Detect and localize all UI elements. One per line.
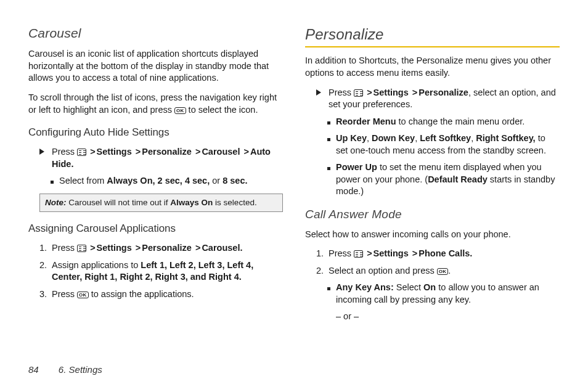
ok-icon: OK — [174, 107, 186, 114]
triangle-bullet-icon — [316, 87, 329, 111]
text: Press — [52, 289, 77, 299]
gt-icon: > — [134, 243, 142, 253]
text-bold: Reorder Menu — [336, 116, 396, 126]
gt-icon: > — [134, 147, 142, 157]
step-1: 1. Press >Settings >Phone Calls. — [316, 248, 560, 260]
text-bold: Power Up — [336, 162, 377, 172]
text: Press — [329, 248, 354, 258]
text: . — [448, 266, 451, 276]
step-body: Press >Settings >Personalize >Carousel >… — [52, 146, 283, 170]
step-body: Assign applications to Left 1, Left 2, L… — [52, 259, 283, 284]
step-number: 1. — [39, 242, 52, 255]
step-number: 1. — [316, 248, 329, 260]
bullet-body: Power Up to set the menu item displayed … — [336, 161, 560, 198]
square-bullet-icon — [327, 116, 336, 128]
gt-icon: > — [242, 147, 250, 157]
note-text: Carousel will not time out if — [67, 198, 171, 207]
note-box: Note: Carousel will not time out if Alwa… — [39, 194, 283, 212]
path-settings: Settings — [97, 243, 132, 253]
step-number: 2. — [39, 259, 52, 284]
triangle-bullet-icon — [39, 146, 52, 170]
step-2: 2. Select an option and press OK. — [316, 265, 560, 277]
left-column: Carousel Carousel is an iconic list of a… — [28, 25, 283, 327]
personalize-intro: In addition to Shortcuts, the Personaliz… — [305, 55, 560, 79]
path-carousel: Carousel — [202, 147, 240, 157]
bullet-body: Any Key Ans: Select On to allow you to a… — [336, 282, 560, 306]
bullet-reorder-menu: Reorder Menu to change the main menu ord… — [327, 116, 560, 128]
step-auto-hide: Press >Settings >Personalize >Carousel >… — [39, 146, 283, 170]
ok-icon: OK — [77, 292, 89, 298]
path-carousel: Carousel. — [202, 243, 242, 253]
bullet-power-up: Power Up to set the menu item displayed … — [327, 161, 560, 198]
note-bold: Always On — [170, 198, 213, 207]
text-bold: Up Key — [336, 133, 367, 143]
right-column: Personalize In addition to Shortcuts, th… — [305, 25, 560, 327]
heading-personalize: Personalize — [305, 25, 560, 47]
heading-assigning-apps: Assigning Carousel Applications — [28, 222, 283, 236]
step-number: 3. — [39, 288, 52, 301]
text: Select — [394, 282, 423, 292]
gt-icon: > — [411, 88, 419, 97]
text: Press — [329, 88, 354, 97]
text-bold: Left Softkey — [420, 133, 471, 143]
gt-icon: > — [89, 243, 96, 253]
gt-icon: > — [411, 248, 419, 258]
gt-icon: > — [365, 248, 373, 258]
heading-call-answer: Call Answer Mode — [305, 206, 560, 223]
text-bold: Always On, 2 sec, 4 sec, — [107, 176, 210, 186]
step-3: 3. Press OK to assign the applications. — [39, 288, 283, 301]
step-body: Select an option and press OK. — [329, 265, 560, 277]
step-number: 2. — [316, 265, 329, 277]
text: Press — [52, 147, 77, 157]
bullet-any-key-ans: Any Key Ans: Select On to allow you to a… — [327, 282, 560, 306]
menu-icon — [77, 149, 86, 156]
page-columns: Carousel Carousel is an iconic list of a… — [28, 25, 560, 327]
text-bold: Right Softkey, — [476, 133, 535, 143]
step-2: 2. Assign applications to Left 1, Left 2… — [39, 259, 283, 284]
ok-icon: OK — [437, 268, 449, 275]
text: Select an option and press — [329, 266, 437, 276]
text-bold: Down Key — [372, 133, 415, 143]
step-personalize: Press >Settings >Personalize, select an … — [316, 87, 560, 111]
text: Press — [52, 243, 77, 253]
chapter-label: 6. Settings — [59, 364, 102, 375]
square-bullet-icon — [51, 175, 59, 187]
text: Assign applications to — [52, 260, 141, 270]
call-answer-intro: Select how to answer incoming calls on y… — [305, 229, 560, 241]
or-separator: – or – — [336, 311, 560, 323]
bullet-keys: Up Key, Down Key, Left Softkey, Right So… — [327, 133, 560, 157]
note-text: is selected. — [213, 198, 256, 207]
carousel-intro-1: Carousel is an iconic list of applicatio… — [28, 48, 283, 84]
page-footer: 84 6. Settings — [28, 364, 102, 376]
path-personalize: Personalize — [142, 243, 192, 253]
heading-carousel: Carousel — [28, 25, 283, 42]
bullet-body: Select from Always On, 2 sec, 4 sec, or … — [59, 175, 283, 187]
square-bullet-icon — [327, 161, 336, 198]
gt-icon: > — [365, 88, 373, 97]
text: or — [210, 176, 223, 186]
heading-auto-hide: Configuring Auto Hide Settings — [28, 126, 283, 140]
step-1: 1. Press >Settings >Personalize >Carouse… — [39, 242, 283, 255]
bullet-body: Up Key, Down Key, Left Softkey, Right So… — [336, 133, 560, 157]
gt-icon: > — [194, 147, 202, 157]
text-bold: Default Ready — [428, 174, 488, 184]
gt-icon: > — [89, 147, 96, 157]
page-number: 84 — [28, 364, 39, 375]
menu-icon — [354, 250, 363, 258]
text: to select the icon. — [186, 105, 258, 115]
path-settings: Settings — [374, 248, 409, 258]
step-body: Press OK to assign the applications. — [52, 288, 283, 301]
step-body: Press >Settings >Personalize >Carousel. — [52, 242, 283, 255]
step-body: Press >Settings >Phone Calls. — [329, 248, 560, 260]
note-label: Note: — [45, 198, 67, 207]
text: to change the main menu order. — [396, 116, 525, 126]
menu-icon — [354, 89, 363, 97]
gt-icon: > — [194, 243, 202, 253]
step-body: Press >Settings >Personalize, select an … — [329, 87, 560, 111]
carousel-intro-2: To scroll through the list of icons, pre… — [28, 92, 283, 116]
text: to assign the applications. — [89, 289, 194, 299]
path-settings: Settings — [374, 88, 409, 97]
path-personalize: Personalize — [419, 88, 468, 97]
text-bold: On — [423, 282, 436, 292]
menu-icon — [77, 245, 86, 252]
